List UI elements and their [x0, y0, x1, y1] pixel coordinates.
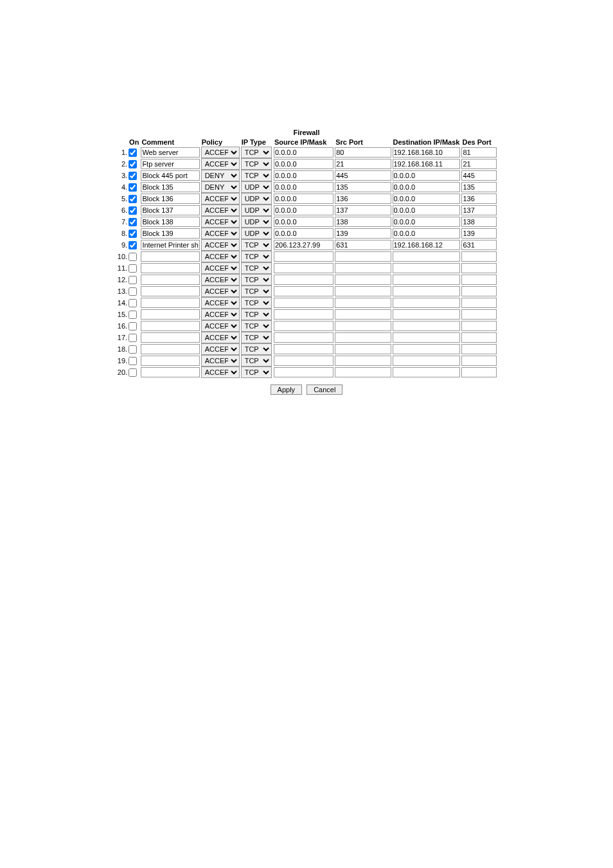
source-port-field[interactable] [335, 286, 391, 296]
source-port-field[interactable] [335, 251, 391, 262]
enable-checkbox[interactable] [129, 183, 137, 192]
source-ip-field[interactable] [274, 251, 333, 262]
destination-port-field[interactable] [461, 263, 497, 273]
destination-ip-field[interactable] [393, 298, 461, 308]
source-port-field[interactable] [335, 332, 391, 343]
policy-select[interactable]: ACCEPTDENY [201, 147, 240, 158]
policy-select[interactable]: ACCEPTDENY [201, 158, 240, 170]
policy-select[interactable]: ACCEPTDENY [201, 343, 240, 355]
enable-checkbox[interactable] [129, 149, 137, 157]
destination-port-field[interactable] [461, 194, 497, 204]
comment-field[interactable] [141, 217, 199, 227]
policy-select[interactable]: ACCEPTDENY [201, 274, 240, 285]
source-ip-field[interactable] [274, 147, 333, 158]
destination-port-field[interactable] [461, 309, 497, 320]
destination-port-field[interactable] [461, 147, 497, 158]
enable-checkbox[interactable] [129, 253, 137, 261]
source-port-field[interactable] [335, 217, 391, 227]
comment-field[interactable] [141, 240, 199, 250]
source-ip-field[interactable] [274, 240, 333, 250]
source-ip-field[interactable] [274, 309, 333, 320]
comment-field[interactable] [141, 170, 199, 181]
apply-button[interactable] [271, 384, 303, 395]
comment-field[interactable] [141, 298, 199, 308]
destination-port-field[interactable] [461, 159, 497, 169]
enable-checkbox[interactable] [129, 241, 137, 249]
comment-field[interactable] [141, 275, 199, 285]
enable-checkbox[interactable] [129, 334, 137, 342]
enable-checkbox[interactable] [129, 299, 137, 307]
destination-ip-field[interactable] [393, 263, 461, 273]
iptype-select[interactable]: TCPUDP [241, 320, 272, 332]
source-ip-field[interactable] [274, 344, 333, 354]
destination-ip-field[interactable] [393, 240, 461, 250]
source-ip-field[interactable] [274, 170, 333, 181]
destination-port-field[interactable] [461, 356, 497, 366]
destination-ip-field[interactable] [393, 356, 461, 366]
source-port-field[interactable] [335, 321, 391, 331]
destination-ip-field[interactable] [393, 251, 461, 262]
destination-ip-field[interactable] [393, 182, 461, 192]
iptype-select[interactable]: TCPUDP [241, 251, 272, 262]
comment-field[interactable] [141, 159, 199, 169]
policy-select[interactable]: ACCEPTDENY [201, 285, 240, 297]
policy-select[interactable]: ACCEPTDENY [201, 228, 240, 239]
source-port-field[interactable] [335, 170, 391, 181]
source-ip-field[interactable] [274, 182, 333, 192]
enable-checkbox[interactable] [129, 160, 137, 168]
comment-field[interactable] [141, 309, 199, 320]
enable-checkbox[interactable] [129, 357, 137, 365]
enable-checkbox[interactable] [129, 368, 137, 377]
source-ip-field[interactable] [274, 367, 333, 377]
destination-ip-field[interactable] [393, 205, 461, 215]
iptype-select[interactable]: TCPUDP [241, 274, 272, 285]
source-port-field[interactable] [335, 182, 391, 192]
policy-select[interactable]: ACCEPTDENY [201, 309, 240, 320]
destination-ip-field[interactable] [393, 321, 461, 331]
policy-select[interactable]: ACCEPTDENY [201, 170, 240, 181]
iptype-select[interactable]: TCPUDP [241, 355, 272, 366]
source-port-field[interactable] [335, 275, 391, 285]
source-port-field[interactable] [335, 147, 391, 158]
iptype-select[interactable]: TCPUDP [241, 297, 272, 309]
source-ip-field[interactable] [274, 332, 333, 343]
comment-field[interactable] [141, 344, 199, 354]
iptype-select[interactable]: TCPUDP [241, 216, 272, 228]
iptype-select[interactable]: TCPUDP [241, 158, 272, 170]
iptype-select[interactable]: TCPUDP [241, 285, 272, 297]
destination-port-field[interactable] [461, 217, 497, 227]
iptype-select[interactable]: TCPUDP [241, 332, 272, 343]
comment-field[interactable] [141, 194, 199, 204]
comment-field[interactable] [141, 356, 199, 366]
policy-select[interactable]: ACCEPTDENY [201, 193, 240, 204]
source-port-field[interactable] [335, 263, 391, 273]
comment-field[interactable] [141, 251, 199, 262]
source-port-field[interactable] [335, 356, 391, 366]
enable-checkbox[interactable] [129, 230, 137, 238]
source-port-field[interactable] [335, 159, 391, 169]
enable-checkbox[interactable] [129, 311, 137, 319]
destination-ip-field[interactable] [393, 309, 461, 320]
destination-port-field[interactable] [461, 332, 497, 343]
destination-port-field[interactable] [461, 170, 497, 181]
source-ip-field[interactable] [274, 228, 333, 239]
source-ip-field[interactable] [274, 321, 333, 331]
destination-port-field[interactable] [461, 286, 497, 296]
destination-ip-field[interactable] [393, 275, 461, 285]
destination-port-field[interactable] [461, 344, 497, 354]
policy-select[interactable]: ACCEPTDENY [201, 320, 240, 332]
destination-ip-field[interactable] [393, 228, 461, 239]
policy-select[interactable]: ACCEPTDENY [201, 204, 240, 216]
iptype-select[interactable]: TCPUDP [241, 181, 272, 193]
policy-select[interactable]: ACCEPTDENY [201, 262, 240, 274]
source-port-field[interactable] [335, 205, 391, 215]
destination-port-field[interactable] [461, 275, 497, 285]
destination-port-field[interactable] [461, 367, 497, 377]
comment-field[interactable] [141, 263, 199, 273]
source-port-field[interactable] [335, 367, 391, 377]
enable-checkbox[interactable] [129, 218, 137, 226]
destination-ip-field[interactable] [393, 332, 461, 343]
destination-ip-field[interactable] [393, 217, 461, 227]
enable-checkbox[interactable] [129, 206, 137, 215]
source-ip-field[interactable] [274, 263, 333, 273]
